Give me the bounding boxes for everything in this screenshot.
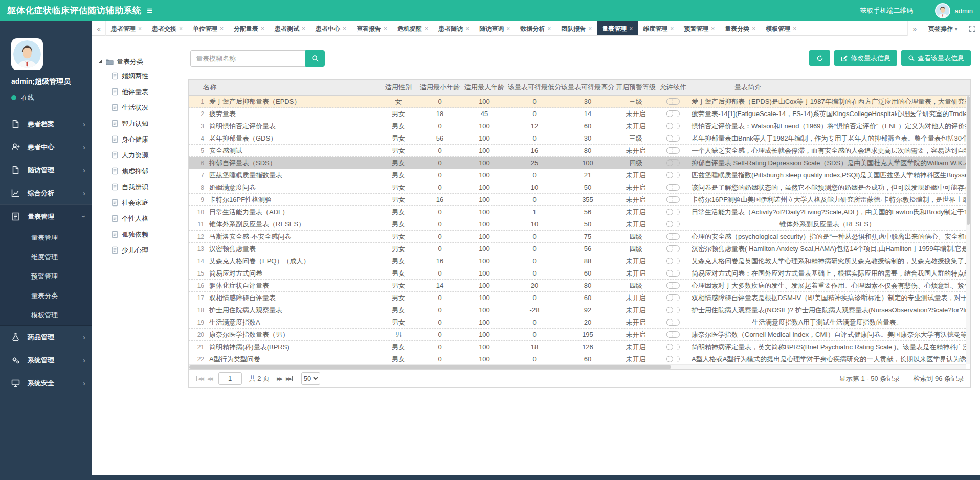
sidebar-subitem-3[interactable]: 量表分类 — [0, 286, 92, 306]
sidebar-item-0[interactable]: 患者档案› — [0, 112, 92, 135]
tab-close-icon[interactable]: × — [384, 25, 387, 32]
allow-continue-toggle[interactable] — [666, 110, 680, 117]
table-row[interactable]: 12马斯洛安全感-不安全感问卷男女0100075四级心理的安全感（psychol… — [189, 231, 966, 243]
column-header-continue[interactable]: 允许续作 — [657, 83, 689, 92]
table-row[interactable]: 11锥体外系副反应量表（RESES）男女01001050未开启锥体外系副反应量表… — [189, 218, 966, 231]
tab-close-icon[interactable]: × — [179, 25, 183, 32]
vertical-scrollbar[interactable] — [966, 96, 970, 364]
tree-expand-icon[interactable] — [98, 60, 102, 63]
table-row[interactable]: 20康奈尔医学指数量表（男）男01000195未开启康奈尔医学指数（Cornel… — [189, 329, 966, 341]
sidebar-item-7[interactable]: 系统安全› — [0, 372, 92, 395]
tab-close-icon[interactable]: × — [629, 25, 633, 32]
tab-5[interactable]: 患者中心× — [310, 21, 351, 35]
tab-10[interactable]: 数据分析× — [515, 21, 556, 35]
allow-continue-toggle[interactable] — [666, 282, 680, 289]
tabs-scroll-left-icon[interactable]: « — [92, 21, 106, 36]
sidebar-subitem-2[interactable]: 预警管理 — [0, 267, 92, 286]
allow-continue-toggle[interactable] — [666, 307, 680, 313]
table-row[interactable]: 15简易应对方式问卷男女0100060未开启简易应对方式问卷：在国外应对方式量表… — [189, 267, 966, 280]
table-row[interactable]: 18护士用住院病人观察量表男女0100-2892未开启护士用住院病人观察量表(N… — [189, 304, 966, 316]
column-header-min-age[interactable]: 适用最小年龄 — [419, 83, 461, 92]
header-username[interactable]: admin — [955, 7, 973, 15]
tab-7[interactable]: 危机提醒× — [392, 21, 433, 35]
first-page-button[interactable]: ◀◀ — [195, 376, 203, 381]
tab-close-icon[interactable]: × — [425, 25, 428, 32]
tab-close-icon[interactable]: × — [711, 25, 715, 32]
table-row[interactable]: 1爱丁堡产后抑郁量表（EPDS）女0100030三级爱丁堡产后抑郁表（EPDS)… — [189, 96, 966, 108]
tree-item-7[interactable]: 自我辨识 — [92, 179, 180, 195]
sidebar-item-2[interactable]: 随访管理› — [0, 158, 92, 181]
tab-16[interactable]: 模板管理× — [761, 21, 801, 35]
allow-continue-toggle[interactable] — [666, 344, 680, 350]
hamburger-icon[interactable]: ≡ — [147, 0, 152, 21]
sidebar-item-6[interactable]: 系统管理› — [0, 349, 92, 372]
view-scale-button[interactable]: 查看该量表信息 — [901, 50, 971, 66]
last-page-button[interactable]: ▶▶ — [286, 376, 294, 381]
tree-item-3[interactable]: 智力认知 — [92, 116, 180, 131]
tab-close-icon[interactable]: × — [752, 25, 755, 32]
allow-continue-toggle[interactable] — [666, 294, 680, 301]
table-row[interactable]: 2疲劳量表男女1845014未开启疲劳量表-14[1](FatigueScale… — [189, 108, 966, 120]
tab-15[interactable]: 量表分类× — [720, 21, 761, 35]
tab-8[interactable]: 患者随访× — [433, 21, 474, 35]
allow-continue-toggle[interactable] — [666, 123, 680, 129]
tab-12[interactable]: 量表管理× — [597, 21, 638, 35]
sidebar-subitem-0[interactable]: 量表管理 — [0, 228, 92, 247]
column-header-warning[interactable]: 开启预警等级 — [614, 83, 657, 92]
tab-close-icon[interactable]: × — [793, 25, 796, 32]
vertical-scrollbar-thumb[interactable] — [967, 96, 970, 225]
allow-continue-toggle[interactable] — [666, 147, 680, 154]
column-header-gender[interactable]: 适用性别 — [378, 83, 419, 92]
table-row[interactable]: 7匹茲堡睡眠质量指数量表男女0100021未开启匹兹堡睡眠质量指数(Pittsb… — [189, 169, 966, 181]
tree-item-0[interactable]: 婚姻两性 — [92, 68, 180, 84]
tab-close-icon[interactable]: × — [343, 25, 346, 32]
allow-continue-toggle[interactable] — [666, 356, 680, 362]
sidebar-subitem-1[interactable]: 维度管理 — [0, 247, 92, 267]
column-header-intro[interactable]: 量表简介 — [689, 83, 970, 92]
tab-13[interactable]: 维度管理× — [638, 21, 679, 35]
search-button[interactable] — [305, 50, 325, 67]
sidebar-item-4[interactable]: 量表管理› — [0, 205, 92, 228]
tab-14[interactable]: 预警管理× — [679, 21, 720, 35]
table-row[interactable]: 13汉密顿焦虑量表男女0100056四级汉密尔顿焦虑量表( Hamilton A… — [189, 243, 966, 255]
tree-item-8[interactable]: 社会家庭 — [92, 195, 180, 211]
fullscreen-icon[interactable] — [964, 21, 980, 36]
prev-page-button[interactable]: ◀◀ — [207, 376, 212, 381]
allow-continue-toggle[interactable] — [666, 98, 680, 105]
table-row[interactable]: 16躯体化症状自评量表男女141002080四级心理因素对于大多数疾病的发生、发… — [189, 280, 966, 292]
allow-continue-toggle[interactable] — [666, 319, 680, 326]
tree-item-6[interactable]: 焦虑抑郁 — [92, 163, 180, 179]
table-row[interactable]: 22A型行为类型问卷男女0100060未开启A型人格或A型行为模式的提出是心理学… — [189, 353, 966, 364]
tab-close-icon[interactable]: × — [670, 25, 674, 32]
table-row[interactable]: 5安全感测试男女01001680未开启一个人缺乏安全感，心理成长就会停滞，而有安… — [189, 145, 966, 157]
tree-item-11[interactable]: 少儿心理 — [92, 242, 180, 258]
table-row[interactable]: 17双相情感障碍自评量表男女0100060未开启双相情感障碍自评量表是根据DSM… — [189, 292, 966, 304]
allow-continue-toggle[interactable] — [666, 172, 680, 178]
tab-4[interactable]: 患者测试× — [270, 21, 310, 35]
qr-code-link[interactable]: 获取手机端二维码 — [860, 6, 914, 15]
tab-1[interactable]: 患者交接× — [147, 21, 188, 35]
tab-close-icon[interactable]: × — [588, 25, 592, 32]
tab-6[interactable]: 查看报告× — [351, 21, 392, 35]
column-header-name[interactable]: 名称 — [189, 83, 378, 92]
edit-scale-button[interactable]: 修改量表信息 — [834, 50, 897, 66]
user-avatar[interactable] — [935, 3, 950, 18]
table-row[interactable]: 9卡特尔16PF性格测验男女161000355未开启卡特尔16PF测验由美国伊利… — [189, 194, 966, 206]
tab-3[interactable]: 分配量表× — [229, 21, 270, 35]
tab-close-icon[interactable]: × — [506, 25, 510, 32]
sidebar-item-3[interactable]: 综合分析› — [0, 181, 92, 204]
horizontal-scrollbar[interactable] — [189, 364, 966, 369]
allow-continue-toggle[interactable] — [666, 209, 680, 215]
column-header-max-age[interactable]: 适用最大年龄 — [461, 83, 508, 92]
table-row[interactable]: 21简明精神病(科)量表(BPRS)男女010018126未开启简明精神病评定量… — [189, 341, 966, 353]
table-row[interactable]: 8婚姻满意度问卷男女01001050未开启该问卷是了解您的婚姻状态的，虽然它不能… — [189, 181, 966, 194]
allow-continue-toggle[interactable] — [666, 135, 680, 142]
table-row[interactable]: 19生活满意度指数A男女0100020未开启生活满意度指数A用于测试生活满意度指… — [189, 316, 966, 329]
allow-continue-toggle[interactable] — [666, 196, 680, 203]
horizontal-scrollbar-thumb[interactable] — [189, 365, 671, 369]
allow-continue-toggle[interactable] — [666, 270, 680, 277]
next-page-button[interactable]: ▶▶ — [277, 376, 282, 381]
page-size-select[interactable]: 50 — [301, 372, 320, 385]
tab-close-icon[interactable]: × — [261, 25, 264, 32]
column-header-max-score[interactable]: 该量表可得最高分 — [561, 83, 614, 92]
